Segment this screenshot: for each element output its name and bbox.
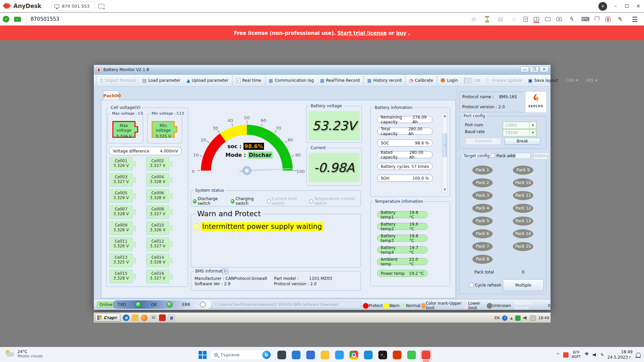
network-icon[interactable] (530, 315, 536, 321)
permissions-shield-icon[interactable] (595, 16, 599, 22)
favorites-icon[interactable]: ☆ (510, 16, 518, 22)
toolbar-button[interactable]: Login (437, 76, 461, 85)
session-tab[interactable]: 870 501 553 (51, 1, 95, 11)
pack-addr-checkbox[interactable] (491, 154, 495, 158)
ie-icon[interactable]: e (123, 314, 129, 321)
bms-app-taskbar-icon[interactable]: ▦ (168, 314, 175, 321)
volume-icon[interactable] (593, 353, 597, 357)
taskbar-app-icon[interactable] (393, 351, 401, 359)
pack-button[interactable]: Pack 15 (513, 242, 533, 251)
bm-titlebar[interactable]: Battery Monitor V2.1.8 — ❐ ✕ (94, 65, 550, 75)
toolbar-button[interactable]: History record (363, 76, 405, 85)
taskbar-app-icon[interactable] (350, 351, 358, 359)
bm-close-button[interactable]: ✕ (540, 66, 548, 72)
toolbar-button[interactable]: Sava layout (525, 76, 561, 85)
bm-maximize-button[interactable]: ❐ (530, 66, 539, 72)
search-input[interactable]: Търсене b (210, 350, 272, 360)
privacy-icon[interactable]: ⊘ (470, 16, 477, 22)
taskbar-app-icon[interactable] (306, 351, 315, 359)
taskbar-app-icon[interactable] (364, 351, 373, 359)
start-button[interactable] (199, 351, 207, 359)
wifi-icon[interactable] (584, 353, 589, 357)
buy-link[interactable]: buy (396, 30, 407, 36)
monitor-select-icon[interactable]: 1 (534, 17, 539, 21)
multiple-button[interactable]: Multiple (503, 279, 544, 291)
scroll-down-icon[interactable]: ▼ (442, 187, 447, 192)
status-switch[interactable]: Charging switch (231, 196, 263, 206)
chat-icon[interactable]: ≡ (556, 17, 562, 21)
pen-icon[interactable]: ✎ (600, 352, 604, 357)
window-minimize-button[interactable]: – (610, 0, 621, 12)
record-session-icon[interactable] (605, 17, 610, 22)
window-maximize-button[interactable] (621, 0, 633, 12)
battery-info-scrollbar[interactable]: ▲ ▼ ≡ (442, 113, 447, 193)
toolbar-button[interactable]: 485 ▼ (581, 76, 601, 85)
taskbar-app-icon[interactable]: >_ (378, 351, 387, 359)
connect-button[interactable]: Connect (466, 138, 501, 145)
pack-button[interactable]: Pack 5 (472, 217, 493, 226)
toolbar-button[interactable]: CAN ▼ (561, 76, 581, 85)
toolbar-button[interactable]: Firware Update (483, 76, 525, 85)
weather-widget[interactable]: 24°C Mostly cloudy (5, 349, 43, 358)
clock[interactable]: 18:49 24.5.2023 г. (607, 350, 633, 360)
safely-remove-icon[interactable] (515, 315, 521, 321)
taskbar-app-icon[interactable] (335, 351, 344, 359)
pack-button[interactable]: Pack 7 (472, 242, 493, 251)
folder-icon[interactable] (132, 314, 139, 321)
toolbar-button[interactable]: SN (461, 76, 483, 85)
language-indicator[interactable]: БГР BGPT (572, 351, 581, 359)
pack-button[interactable]: Pack 3 (472, 191, 493, 200)
tab-pack00[interactable]: Pack00 (103, 90, 119, 100)
taskbar-app-icon[interactable] (321, 351, 329, 359)
menu-icon[interactable]: ☰ (632, 15, 638, 23)
session-time-icon[interactable]: ⌛ (483, 16, 491, 22)
firefox-icon[interactable] (141, 314, 148, 321)
cycle-refresh-checkbox[interactable] (469, 283, 474, 287)
taskbar-app-icon[interactable] (422, 351, 430, 359)
start-trial-link[interactable]: Start trial license (337, 30, 387, 36)
toolbar-button[interactable]: Communication log (265, 76, 317, 85)
toolbar-button[interactable]: Upload parameter (183, 76, 231, 85)
remote-lang-indicator[interactable]: EN (494, 316, 499, 320)
scrollbar-thumb[interactable]: ≡ (443, 133, 447, 157)
notifications-icon[interactable] (636, 353, 641, 357)
status-switch[interactable]: Discharge switch (193, 196, 227, 206)
anydesk-tray-icon[interactable] (563, 352, 569, 358)
pack-button[interactable]: Pack 14 (513, 229, 533, 238)
keyboard-icon[interactable]: ⌨ (581, 16, 589, 22)
taskbar-app-icon[interactable] (292, 351, 301, 359)
taskbar-app-icon[interactable] (277, 351, 286, 359)
mail-icon[interactable]: ✉ (150, 314, 157, 321)
help-icon[interactable]: ? (502, 315, 507, 321)
toolbar-button[interactable]: Import Protocol (96, 76, 139, 85)
refresh-icon[interactable]: ↻ (222, 268, 228, 274)
red-tool-icon[interactable] (159, 314, 166, 321)
pack-button[interactable]: Pack 6 (472, 229, 493, 238)
pack-button[interactable]: Pack 12 (513, 204, 533, 213)
tray-overflow-icon[interactable]: ^ (556, 353, 559, 357)
pack-button[interactable]: Pack 2 (472, 178, 493, 187)
toolbar-button[interactable]: Real time (232, 76, 264, 85)
window-close-button[interactable]: × (633, 0, 644, 12)
setting-button[interactable]: Setting (533, 153, 549, 160)
toolbar-button[interactable]: RealTime Record (317, 76, 363, 85)
pack-button[interactable]: Pack 4 (472, 204, 493, 213)
fullscreen-icon[interactable] (545, 17, 550, 21)
break-button[interactable]: Break (504, 138, 540, 145)
pack-button[interactable]: Pack 8 (472, 255, 493, 264)
hidden-icons-icon[interactable]: ▲ (510, 316, 513, 320)
pack-button[interactable]: Pack 10 (513, 178, 533, 187)
toolbar-button[interactable]: Load parameter (139, 76, 183, 85)
bing-icon[interactable]: b (262, 351, 271, 359)
file-transfer-icon[interactable]: → (524, 17, 528, 22)
pack-button[interactable]: Pack 13 (513, 217, 533, 226)
toolbar-button[interactable]: Calibrate (405, 76, 436, 85)
taskbar-app-icon[interactable] (407, 351, 416, 359)
port-num-select[interactable]: COM3 ▼ (503, 122, 536, 129)
scroll-up-icon[interactable]: ▲ (442, 114, 447, 118)
status-switch[interactable]: Current limit switch (267, 196, 305, 206)
bm-minimize-button[interactable]: — (520, 66, 529, 72)
baud-rate-select[interactable]: 19200 ▼ (503, 129, 536, 136)
remote-start-button[interactable]: Старт (95, 313, 120, 322)
files-icon[interactable]: ▤ (497, 16, 504, 22)
